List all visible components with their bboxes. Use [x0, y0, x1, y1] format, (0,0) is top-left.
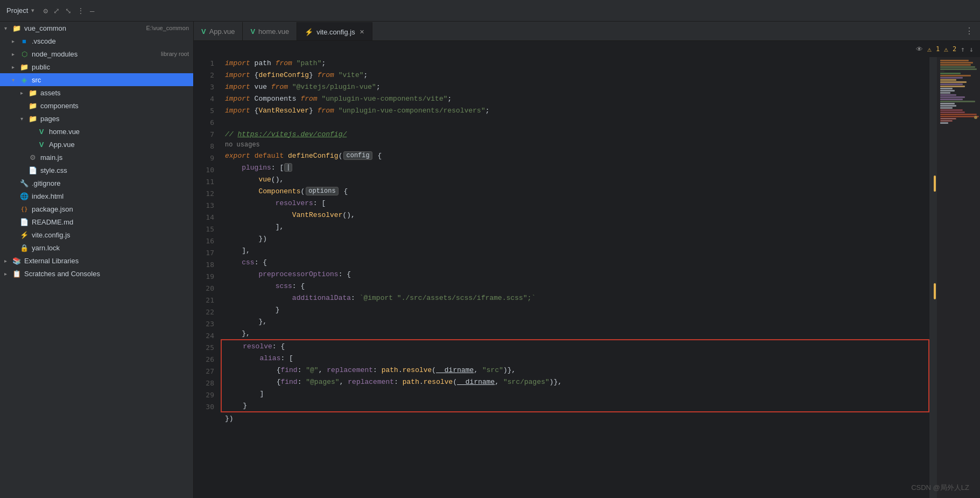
- warning-count-2: 2: [953, 45, 956, 53]
- minimap[interactable]: [937, 57, 980, 498]
- tab-label-home_vue: home.vue: [258, 27, 289, 36]
- lock-icon: 🔒: [19, 243, 29, 252]
- code-line-20: additionalData: `@import "./src/assets/s…: [221, 292, 929, 304]
- arrow-vue_common: [4, 25, 12, 31]
- json-icon: {}: [19, 204, 29, 214]
- tab-App_vue[interactable]: V App.vue: [194, 22, 243, 40]
- arrow-external_libs: [4, 258, 12, 264]
- line-num-9: 9: [194, 152, 221, 164]
- nav-up-icon[interactable]: ↑: [961, 45, 965, 53]
- code-line-12: resolvers: [: [221, 197, 929, 209]
- sidebar-item-assets[interactable]: 📁 assets: [0, 86, 193, 99]
- project-label[interactable]: Project ▾: [6, 6, 34, 15]
- code-line-21: }: [221, 304, 929, 315]
- code-line-10: vue(),: [221, 173, 929, 185]
- code-area[interactable]: import path from "path"; import {defineC…: [221, 57, 929, 498]
- code-line-15: }): [221, 233, 929, 244]
- code-line-7: // https://vitejs.dev/config/: [221, 128, 929, 140]
- sidebar-item-App_vue[interactable]: V App.vue: [0, 138, 193, 151]
- sidebar-item-vue_common[interactable]: 📁 vue_common E:\vue_common: [0, 22, 193, 34]
- sidebar-label-scratches: Scratches and Consoles: [24, 270, 189, 278]
- sidebar-item-src[interactable]: ◈ src: [0, 73, 193, 86]
- line-num-3: 3: [194, 81, 221, 93]
- css-icon: 📄: [28, 165, 38, 175]
- expand-icon[interactable]: ⤢: [53, 6, 60, 15]
- sidebar-item-vscode[interactable]: ■ .vscode: [0, 34, 193, 47]
- sidebar-item-public[interactable]: 📁 public: [0, 60, 193, 73]
- sidebar-badge-node_modules: library root: [161, 51, 189, 57]
- sidebar-item-scratches[interactable]: 📋 Scratches and Consoles: [0, 267, 193, 280]
- sidebar-label-App_vue: App.vue: [49, 141, 189, 149]
- sidebar-item-style_css[interactable]: 📄 style.css: [0, 164, 193, 177]
- code-line-24: resolve: {: [222, 340, 928, 352]
- sidebar-item-pages[interactable]: 📁 pages: [0, 112, 193, 125]
- sidebar-item-home_vue[interactable]: V home.vue: [0, 125, 193, 138]
- sidebar-label-package_json: package.json: [32, 205, 189, 213]
- sidebar-item-gitignore[interactable]: 🔧 .gitignore: [0, 177, 193, 190]
- project-chevron[interactable]: ▾: [31, 7, 34, 14]
- app-vue-icon: V: [37, 139, 46, 149]
- line-num-26: 26: [194, 353, 221, 365]
- nav-down-icon[interactable]: ↓: [969, 45, 974, 53]
- code-line-8: export default defineConfig(config {: [221, 150, 929, 162]
- sidebar-item-components[interactable]: 📁 components: [0, 99, 193, 112]
- scratch-icon: 📋: [12, 269, 22, 278]
- line-num-1: 1: [194, 57, 221, 69]
- warning-icon-2: ⚠: [944, 45, 948, 53]
- tab-icon-home_vue: V: [250, 27, 255, 36]
- home-vue-icon: V: [37, 127, 46, 136]
- gutter-scrollbar[interactable]: [929, 57, 937, 498]
- line-num-14: 14: [194, 211, 221, 223]
- line-num-2: 2: [194, 69, 221, 81]
- sidebar-item-yarn_lock[interactable]: 🔒 yarn.lock: [0, 241, 193, 254]
- line-num-16: 16: [194, 235, 221, 247]
- arrow-scratches: [4, 271, 12, 277]
- tab-more-button[interactable]: ⋮: [958, 22, 980, 40]
- arrow-pages: [20, 116, 28, 122]
- code-line-27: {find: "@pages", replacement: path.resol…: [222, 376, 928, 388]
- line-num-15: 15: [194, 223, 221, 235]
- components-icon: 📁: [28, 101, 38, 110]
- sidebar-label-yarn_lock: yarn.lock: [32, 244, 189, 252]
- minimize-icon[interactable]: —: [90, 6, 94, 15]
- line-num-11: 11: [194, 176, 221, 187]
- code-line-13: VantResolver(),: [221, 209, 929, 221]
- more-icon[interactable]: ⋮: [77, 6, 84, 15]
- sidebar-label-external_libs: External Libraries: [24, 257, 189, 265]
- title-bar: Project ▾ ⚙ ⤢ ⤡ ⋮ —: [0, 0, 980, 22]
- red-highlight-box: resolve: { alias: [ {find: "@", replacem…: [221, 339, 929, 412]
- line-num-19: 19: [194, 270, 221, 282]
- line-num-18: 18: [194, 258, 221, 270]
- sidebar-item-README_md[interactable]: 📄 README.md: [0, 215, 193, 228]
- collapse-icon[interactable]: ⤡: [65, 6, 72, 15]
- assets-icon: 📁: [28, 88, 38, 97]
- line-num-6: 6: [194, 116, 221, 128]
- arrow-assets: [20, 90, 28, 96]
- settings-icon[interactable]: ⚙: [43, 6, 47, 15]
- sidebar-item-index_html[interactable]: 🌐 index.html: [0, 190, 193, 202]
- title-bar-icons: ⚙ ⤢ ⤡ ⋮ —: [43, 6, 94, 15]
- sidebar-item-package_json[interactable]: {} package.json: [0, 202, 193, 215]
- line-num-7: 7: [194, 128, 221, 140]
- code-line-29: }: [222, 399, 928, 411]
- tab-bar: V App.vue V home.vue ⚡ vite.config.js ✕ …: [194, 22, 980, 41]
- sidebar-label-pages: pages: [40, 115, 189, 123]
- git-icon: 🔧: [19, 178, 29, 188]
- sidebar-item-main_js[interactable]: ⚙ main.js: [0, 151, 193, 164]
- tab-home_vue[interactable]: V home.vue: [243, 22, 297, 40]
- sidebar-label-home_vue: home.vue: [49, 128, 189, 136]
- line-num-27: 27: [194, 365, 221, 377]
- sidebar-item-external_libs[interactable]: 📚 External Libraries: [0, 254, 193, 267]
- sidebar-item-vite_config[interactable]: ⚡ vite.config.js: [0, 228, 193, 241]
- code-line-2: import {defineConfig} from "vite";: [221, 69, 929, 81]
- sidebar-label-gitignore: .gitignore: [32, 179, 189, 187]
- sidebar-item-node_modules[interactable]: ⬡ node_modules library root: [0, 47, 193, 60]
- code-line-30: }): [221, 412, 929, 424]
- code-line-1: import path from "path";: [221, 57, 929, 69]
- arrow-public: [12, 64, 19, 70]
- line-num-4: 4: [194, 93, 221, 104]
- tab-vite_config[interactable]: ⚡ vite.config.js ✕: [297, 22, 372, 40]
- tab-close-vite_config[interactable]: ✕: [359, 29, 364, 36]
- vscode-icon: ■: [19, 36, 29, 46]
- sidebar-label-assets: assets: [40, 89, 189, 97]
